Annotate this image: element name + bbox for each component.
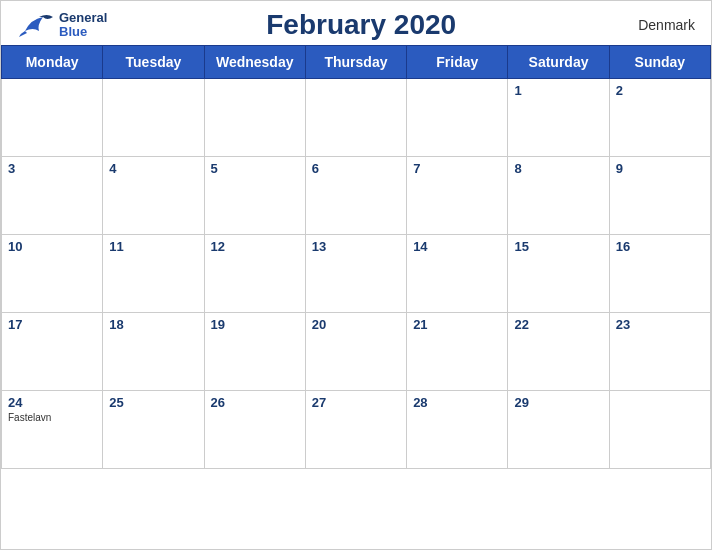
calendar-cell: 3 [2, 157, 103, 235]
calendar-cell: 17 [2, 313, 103, 391]
day-number: 26 [211, 395, 299, 410]
calendar-cell: 9 [609, 157, 710, 235]
day-number: 29 [514, 395, 602, 410]
calendar-cell [407, 79, 508, 157]
calendar-cell: 19 [204, 313, 305, 391]
calendar-cell: 28 [407, 391, 508, 469]
day-number: 15 [514, 239, 602, 254]
calendar-cell: 23 [609, 313, 710, 391]
calendar-cell: 12 [204, 235, 305, 313]
day-number: 9 [616, 161, 704, 176]
day-number: 1 [514, 83, 602, 98]
day-number: 4 [109, 161, 197, 176]
calendar-cell [609, 391, 710, 469]
logo-blue-text: Blue [59, 25, 107, 39]
week-row-2: 3456789 [2, 157, 711, 235]
country-label: Denmark [615, 17, 695, 33]
calendar-cell [2, 79, 103, 157]
calendar-cell: 15 [508, 235, 609, 313]
calendar-wrapper: General Blue February 2020 Denmark Monda… [0, 0, 712, 550]
logo: General Blue [17, 11, 107, 40]
day-number: 3 [8, 161, 96, 176]
day-number: 8 [514, 161, 602, 176]
calendar-cell: 2 [609, 79, 710, 157]
day-number: 17 [8, 317, 96, 332]
calendar-cell: 24Fastelavn [2, 391, 103, 469]
day-header-friday: Friday [407, 46, 508, 79]
day-number: 23 [616, 317, 704, 332]
day-number: 14 [413, 239, 501, 254]
calendar-cell: 10 [2, 235, 103, 313]
calendar-cell: 22 [508, 313, 609, 391]
day-header-saturday: Saturday [508, 46, 609, 79]
calendar-table: MondayTuesdayWednesdayThursdayFridaySatu… [1, 45, 711, 469]
calendar-cell: 29 [508, 391, 609, 469]
day-number: 12 [211, 239, 299, 254]
logo-text-block: General Blue [59, 11, 107, 40]
day-number: 16 [616, 239, 704, 254]
calendar-cell: 27 [305, 391, 406, 469]
week-row-4: 17181920212223 [2, 313, 711, 391]
day-number: 24 [8, 395, 96, 410]
month-title: February 2020 [107, 9, 615, 41]
calendar-cell: 11 [103, 235, 204, 313]
calendar-cell: 25 [103, 391, 204, 469]
calendar-cell: 5 [204, 157, 305, 235]
day-header-wednesday: Wednesday [204, 46, 305, 79]
calendar-cell: 6 [305, 157, 406, 235]
calendar-cell: 7 [407, 157, 508, 235]
day-number: 13 [312, 239, 400, 254]
calendar-cell: 13 [305, 235, 406, 313]
day-number: 2 [616, 83, 704, 98]
day-number: 19 [211, 317, 299, 332]
days-header-row: MondayTuesdayWednesdayThursdayFridaySatu… [2, 46, 711, 79]
calendar-header: General Blue February 2020 Denmark [1, 1, 711, 45]
calendar-cell: 4 [103, 157, 204, 235]
calendar-cell: 21 [407, 313, 508, 391]
calendar-cell: 20 [305, 313, 406, 391]
calendar-cell: 8 [508, 157, 609, 235]
day-header-monday: Monday [2, 46, 103, 79]
calendar-cell [204, 79, 305, 157]
week-row-5: 24Fastelavn2526272829 [2, 391, 711, 469]
day-number: 18 [109, 317, 197, 332]
day-number: 25 [109, 395, 197, 410]
day-header-tuesday: Tuesday [103, 46, 204, 79]
day-number: 10 [8, 239, 96, 254]
day-number: 5 [211, 161, 299, 176]
calendar-cell: 14 [407, 235, 508, 313]
holiday-label: Fastelavn [8, 412, 96, 423]
calendar-cell: 18 [103, 313, 204, 391]
day-header-thursday: Thursday [305, 46, 406, 79]
calendar-cell: 1 [508, 79, 609, 157]
day-number: 7 [413, 161, 501, 176]
day-number: 21 [413, 317, 501, 332]
week-row-1: 12 [2, 79, 711, 157]
logo-general-text: General [59, 11, 107, 25]
week-row-3: 10111213141516 [2, 235, 711, 313]
calendar-cell [305, 79, 406, 157]
calendar-cell: 16 [609, 235, 710, 313]
calendar-cell: 26 [204, 391, 305, 469]
day-number: 6 [312, 161, 400, 176]
day-number: 27 [312, 395, 400, 410]
day-number: 28 [413, 395, 501, 410]
logo-icon [17, 11, 55, 39]
day-number: 20 [312, 317, 400, 332]
day-number: 11 [109, 239, 197, 254]
day-number: 22 [514, 317, 602, 332]
calendar-cell [103, 79, 204, 157]
day-header-sunday: Sunday [609, 46, 710, 79]
